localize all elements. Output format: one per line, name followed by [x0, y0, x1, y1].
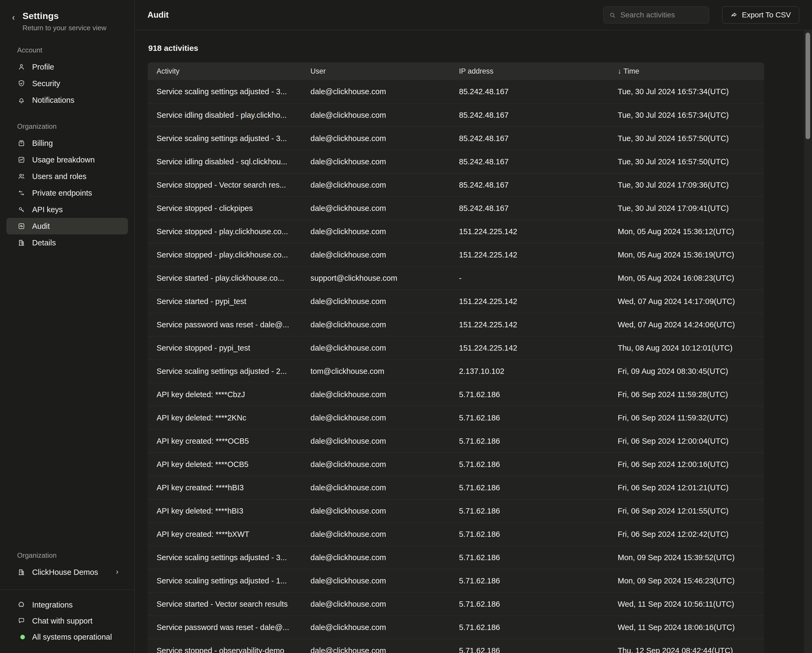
sidebar-item-label: Security [32, 79, 60, 88]
cell-activity: API key created: ****hBI3 [157, 483, 310, 492]
cell-user: dale@clickhouse.com [310, 553, 459, 562]
cell-user: dale@clickhouse.com [310, 577, 459, 585]
cell-user: dale@clickhouse.com [310, 181, 459, 189]
cell-time: Tue, 30 Jul 2024 16:57:34(UTC) [618, 111, 764, 120]
audit-icon [17, 222, 26, 230]
scrollbar-thumb[interactable] [806, 33, 810, 139]
sidebar-item-usage-breakdown[interactable]: Usage breakdown [6, 151, 128, 168]
cell-time: Fri, 09 Aug 2024 08:30:45(UTC) [618, 367, 764, 376]
back-button[interactable] [10, 11, 19, 21]
cell-time: Tue, 30 Jul 2024 16:57:50(UTC) [618, 134, 764, 143]
sidebar-item-audit[interactable]: Audit [6, 218, 128, 235]
cell-ip: 151.224.225.142 [459, 297, 618, 306]
cell-activity: Service stopped - Vector search res... [157, 181, 310, 189]
cell-activity: Service started - play.clickhouse.co... [157, 274, 310, 282]
sidebar-item-label: Integrations [32, 601, 73, 609]
page-title: Settings [23, 11, 107, 21]
cell-activity: Service stopped - pypi_test [157, 343, 310, 352]
sidebar-item-private-endpoints[interactable]: Private endpoints [6, 185, 128, 201]
column-header-time[interactable]: ↓ Time [618, 67, 764, 75]
scrollbar-track[interactable] [804, 31, 812, 653]
users-icon [17, 172, 26, 181]
sidebar-item-label: Users and roles [32, 172, 87, 181]
cell-ip: 151.224.225.142 [459, 343, 618, 352]
sidebar-item-clickhouse-demos[interactable]: ClickHouse Demos [6, 564, 128, 580]
table-row: API key deleted: ****OCB5dale@clickhouse… [148, 453, 764, 476]
sidebar-item-billing[interactable]: Billing [6, 135, 128, 151]
search-input[interactable] [620, 11, 704, 19]
column-header-activity[interactable]: Activity [157, 67, 310, 75]
export-icon [730, 12, 737, 19]
column-header-time-label: Time [624, 67, 640, 75]
sidebar-item-security[interactable]: Security [6, 75, 128, 92]
table-row: Service scaling settings adjusted - 3...… [148, 80, 764, 103]
arrows-swap-icon [17, 189, 26, 197]
cell-activity: Service stopped - clickpipes [157, 204, 310, 213]
cell-user: dale@clickhouse.com [310, 343, 459, 352]
billing-icon [17, 139, 26, 148]
cell-activity: Service scaling settings adjusted - 2... [157, 367, 310, 376]
status-dot [20, 635, 25, 639]
column-header-ip[interactable]: IP address [459, 67, 618, 75]
section-label-organization: Organization [17, 551, 128, 560]
sidebar-item-label: Usage breakdown [32, 156, 95, 164]
cell-ip: 85.242.48.167 [459, 181, 618, 189]
sidebar-item-details[interactable]: Details [6, 235, 128, 251]
cell-time: Tue, 30 Jul 2024 16:57:50(UTC) [618, 157, 764, 166]
cell-time: Wed, 07 Aug 2024 14:17:09(UTC) [618, 297, 764, 306]
cell-activity: API key created: ****OCB5 [157, 437, 310, 446]
building-icon [17, 238, 26, 247]
cell-ip: 5.71.62.186 [459, 553, 618, 562]
sidebar-item-api-keys[interactable]: API keys [6, 201, 128, 218]
search-box [603, 6, 709, 24]
cell-ip: 151.224.225.142 [459, 250, 618, 259]
sidebar-item-label: Notifications [32, 96, 75, 105]
sort-desc-icon: ↓ [618, 67, 621, 75]
cell-time: Mon, 05 Aug 2024 16:08:23(UTC) [618, 274, 764, 282]
sidebar-item-chat-with-support[interactable]: Chat with support [6, 613, 128, 629]
cell-time: Tue, 30 Jul 2024 17:09:41(UTC) [618, 204, 764, 213]
cell-activity: Service password was reset - dale@... [157, 623, 310, 632]
table-row: API key deleted: ****CbzJdale@clickhouse… [148, 383, 764, 406]
sidebar-item-label: Billing [32, 139, 53, 148]
cell-activity: Service scaling settings adjusted - 1... [157, 577, 310, 585]
cell-ip: 5.71.62.186 [459, 623, 618, 632]
cell-user: dale@clickhouse.com [310, 227, 459, 236]
table-row: Service stopped - play.clickhouse.co...d… [148, 243, 764, 266]
cell-activity: Service idling disabled - play.clickho..… [157, 111, 310, 120]
cell-time: Wed, 11 Sep 2024 18:06:16(UTC) [618, 623, 764, 632]
cell-time: Thu, 12 Sep 2024 08:42:44(UTC) [618, 646, 764, 653]
cell-activity: Service stopped - observability-demo [157, 646, 310, 653]
table-row: Service started - pypi_testdale@clickhou… [148, 290, 764, 313]
chat-icon [17, 616, 26, 625]
cell-time: Mon, 09 Sep 2024 15:46:23(UTC) [618, 577, 764, 585]
cell-user: dale@clickhouse.com [310, 87, 459, 96]
sidebar-subtitle[interactable]: Return to your service view [23, 24, 107, 32]
export-csv-button[interactable]: Export To CSV [722, 6, 799, 24]
cell-user: dale@clickhouse.com [310, 134, 459, 143]
sidebar-item-all-systems-operational[interactable]: All systems operational [6, 629, 128, 645]
sidebar-item-integrations[interactable]: Integrations [6, 597, 128, 613]
cell-time: Wed, 11 Sep 2024 10:56:11(UTC) [618, 600, 764, 609]
cell-user: dale@clickhouse.com [310, 437, 459, 446]
table-row: Service idling disabled - sql.clickhou..… [148, 150, 764, 173]
shield-icon [17, 79, 26, 88]
cell-ip: 5.71.62.186 [459, 390, 618, 399]
column-header-user[interactable]: User [310, 67, 459, 75]
table-row: Service scaling settings adjusted - 1...… [148, 569, 764, 592]
cell-time: Fri, 06 Sep 2024 12:02:42(UTC) [618, 530, 764, 539]
sidebar-item-users-and-roles[interactable]: Users and roles [6, 168, 128, 185]
sidebar-item-profile[interactable]: Profile [6, 59, 128, 75]
cell-activity: Service started - Vector search results [157, 600, 310, 609]
cell-ip: - [459, 274, 618, 282]
sidebar-item-notifications[interactable]: Notifications [6, 92, 128, 108]
cell-time: Fri, 06 Sep 2024 11:59:28(UTC) [618, 390, 764, 399]
cell-activity: API key deleted: ****hBI3 [157, 507, 310, 516]
chevron-left-icon [10, 14, 17, 21]
table-row: API key created: ****hBI3dale@clickhouse… [148, 476, 764, 499]
cell-time: Fri, 06 Sep 2024 12:00:04(UTC) [618, 437, 764, 446]
sidebar-item-label: Private endpoints [32, 189, 92, 197]
sidebar: Settings Return to your service view Acc… [0, 0, 134, 653]
cell-ip: 2.137.10.102 [459, 367, 618, 376]
table-row: API key deleted: ****hBI3dale@clickhouse… [148, 499, 764, 522]
